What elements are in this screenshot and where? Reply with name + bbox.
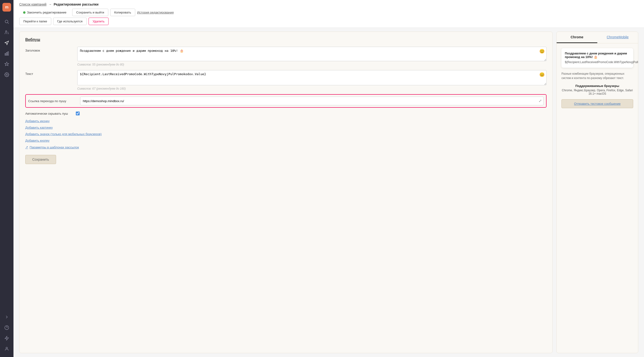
sidebar-item-export[interactable] (2, 312, 12, 322)
history-link[interactable]: История редактирования (137, 11, 174, 14)
go-to-folder-button[interactable]: Перейти к папке (19, 18, 51, 25)
tab-chrome-mobile[interactable]: ChromeMobile (597, 32, 638, 43)
section-title: Вебпуш (25, 38, 546, 42)
auto-hide-row: Автоматически скрывать пуш (25, 112, 546, 115)
title-label: Заголовок (25, 47, 74, 52)
breadcrumb-arrow-icon: → (48, 3, 52, 6)
preview-supported-title: Поддерживаемые браузеры (562, 84, 633, 88)
sidebar-item-contacts[interactable] (2, 28, 12, 37)
text-textarea[interactable] (77, 70, 546, 85)
title-row: Заголовок 😊 Символов: 55 (рекомендуем до… (25, 47, 546, 66)
save-exit-button[interactable]: Сохранить и выйти (72, 9, 108, 16)
text-field: 😊 Символов: 67 (рекомендуем до 160) (77, 70, 546, 90)
svg-point-0 (5, 20, 8, 23)
title-hint: Символов: 55 (рекомендуем до 80) (77, 63, 546, 66)
editor-panel: Вебпуш Заголовок 😊 Символов: 55 (рекомен… (19, 32, 552, 353)
link-expand-button[interactable]: ⤢ (538, 99, 542, 103)
auto-hide-checkbox[interactable] (76, 112, 80, 115)
add-badge-link[interactable]: Добавить значок (только для мобильных бр… (25, 132, 546, 136)
delete-button[interactable]: Удалить (88, 18, 109, 25)
preview-supported-list: Chrome, Яндекс.Браузер, Opera, Firefox, … (562, 89, 633, 95)
svg-point-2 (6, 31, 7, 32)
preview-supported-section: Поддерживаемые браузеры Chrome, Яндекс.Б… (562, 84, 633, 95)
sidebar-item-lightning[interactable] (2, 333, 12, 343)
auto-hide-label: Автоматически скрывать пуш (25, 112, 74, 115)
text-row: Текст 😊 Символов: 67 (рекомендуем до 160… (25, 70, 546, 90)
sidebar-item-user[interactable] (2, 344, 12, 354)
save-button[interactable]: Сохранить (25, 155, 56, 164)
svg-rect-5 (8, 52, 8, 55)
link-label: Ссылка перехода по пушу (28, 99, 76, 103)
where-used-button[interactable]: Где используется (53, 18, 87, 25)
active-dot-icon (23, 11, 26, 14)
link-input[interactable] (80, 97, 544, 105)
preview-panel: Chrome ChromeMobile Поздравляем с днем р… (556, 32, 638, 353)
svg-marker-9 (5, 336, 9, 340)
add-button-link[interactable]: Добавить кнопку (25, 139, 546, 142)
title-textarea[interactable] (77, 47, 546, 61)
topbar: Список кампаний → Редактирование рассылк… (14, 0, 644, 28)
preview-notification-title: Поздравляем с днем рождения и дарим пром… (565, 52, 630, 59)
svg-rect-4 (6, 53, 7, 55)
external-link-icon: ↗ (25, 145, 28, 149)
link-field: ⤢ (80, 97, 544, 105)
breadcrumb: Список кампаний → Редактирование рассылк… (19, 3, 638, 6)
main-content: Список кампаний → Редактирование рассылк… (14, 0, 644, 357)
text-label: Текст (25, 70, 74, 76)
copy-button[interactable]: Копировать (110, 9, 135, 16)
template-params-link[interactable]: ↗ Параметры в шаблонах рассылок (25, 145, 546, 149)
sidebar-item-analytics[interactable] (2, 49, 12, 58)
breadcrumb-campaigns-link[interactable]: Список кампаний (19, 3, 46, 6)
preview-tabs: Chrome ChromeMobile (557, 32, 638, 43)
preview-content: Поздравляем с днем рождения и дарим пром… (557, 43, 638, 353)
title-emoji-button[interactable]: 😊 (539, 49, 544, 54)
send-test-message-button[interactable]: Отправить тестовое сообщение (562, 99, 633, 108)
sidebar-item-campaigns[interactable] (2, 38, 12, 48)
breadcrumb-current-page: Редактирование рассылки (54, 3, 98, 6)
preview-notification-body: ${Recipient.LastReceivedPromoCode.WithTy… (565, 60, 630, 64)
title-field: 😊 Символов: 55 (рекомендуем до 80) (77, 47, 546, 66)
svg-point-10 (6, 347, 8, 349)
text-emoji-button[interactable]: 😊 (539, 72, 544, 77)
preview-info-text: Разные комбинации браузеров, операционны… (562, 72, 633, 80)
sidebar-logo[interactable]: m (2, 3, 11, 12)
link-row-highlighted: Ссылка перехода по пушу ⤢ (25, 94, 546, 108)
svg-point-6 (6, 74, 8, 75)
text-hint: Символов: 67 (рекомендуем до 160) (77, 87, 546, 90)
add-image-link[interactable]: Добавить картинку (25, 126, 546, 129)
sidebar-item-integrations[interactable] (2, 59, 12, 69)
add-icon-link[interactable]: Добавить иконку (25, 119, 546, 123)
tab-chrome[interactable]: Chrome (557, 32, 597, 43)
sidebar: m (0, 0, 14, 357)
svg-line-1 (8, 23, 9, 24)
preview-notification: Поздравляем с днем рождения и дарим пром… (562, 48, 633, 68)
sidebar-item-search[interactable] (2, 17, 12, 27)
toolbar: Закончить редактирование Сохранить и вый… (19, 9, 638, 16)
svg-rect-3 (5, 54, 6, 55)
finish-editing-button[interactable]: Закончить редактирование (19, 9, 70, 16)
content-area: Вебпуш Заголовок 😊 Символов: 55 (рекомен… (14, 28, 644, 357)
sidebar-item-settings[interactable] (2, 70, 12, 80)
sidebar-item-help[interactable] (2, 323, 12, 332)
